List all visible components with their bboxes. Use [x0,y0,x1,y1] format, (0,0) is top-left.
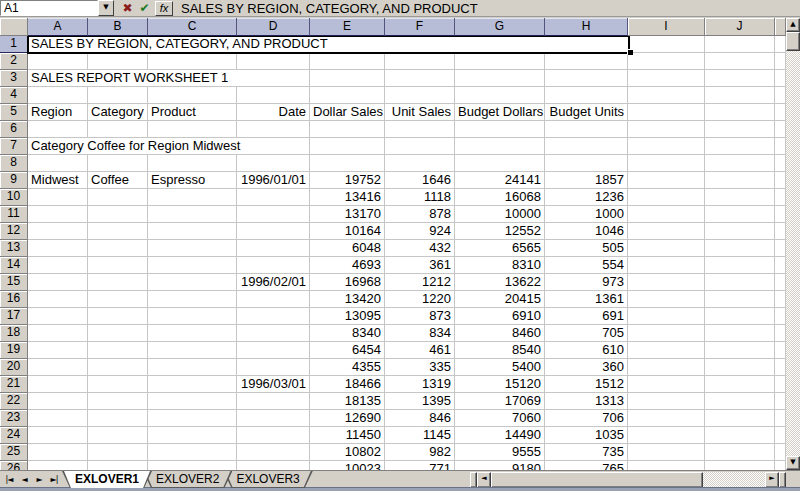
row-header-2[interactable]: 2 [0,53,28,70]
cell[interactable] [455,155,545,172]
first-sheet-button[interactable]: |◄ [2,472,16,487]
fill-handle[interactable] [627,49,633,55]
cell[interactable]: 1212 [385,274,455,291]
cell[interactable] [775,104,786,121]
cell[interactable]: 18135 [310,393,385,410]
cell[interactable] [705,70,775,87]
cell[interactable]: 705 [545,325,628,342]
cell[interactable] [385,138,455,155]
cell[interactable] [88,308,148,325]
cell[interactable] [545,121,628,138]
cell[interactable]: 10000 [455,206,545,223]
cell[interactable] [545,87,628,104]
cell[interactable]: 6454 [310,342,385,359]
row-header-20[interactable]: 20 [0,359,28,376]
cell[interactable] [775,257,786,274]
cell[interactable] [28,223,88,240]
row-header-26[interactable]: 26 [0,461,28,470]
cell[interactable] [310,53,385,70]
cell[interactable] [705,104,775,121]
cell[interactable] [237,393,310,410]
column-header-D[interactable]: D [237,18,310,36]
cell[interactable] [705,36,775,53]
cell[interactable] [775,342,786,359]
cell[interactable]: 1046 [545,223,628,240]
cell[interactable] [88,410,148,427]
cell[interactable] [705,410,775,427]
column-header-J[interactable]: J [705,18,775,36]
cell[interactable] [705,274,775,291]
cell[interactable] [148,189,237,206]
cell[interactable]: 982 [385,444,455,461]
cell[interactable]: 1000 [545,206,628,223]
cell[interactable] [705,427,775,444]
cell[interactable]: Espresso [148,172,237,189]
cell[interactable]: 16968 [310,274,385,291]
cell[interactable]: 1319 [385,376,455,393]
cell[interactable]: 11450 [310,427,385,444]
cell[interactable]: 13095 [310,308,385,325]
cell[interactable] [28,325,88,342]
cell[interactable]: SALES REPORT WORKSHEET 1 [28,70,237,87]
cell[interactable] [88,325,148,342]
cell[interactable]: 706 [545,410,628,427]
cell[interactable]: 771 [385,461,455,470]
cell[interactable]: 735 [545,444,628,461]
cell[interactable]: 6048 [310,240,385,257]
cell[interactable] [148,121,237,138]
cell[interactable] [237,155,310,172]
cell[interactable] [28,240,88,257]
cell[interactable] [28,393,88,410]
cell[interactable] [148,461,237,470]
cell[interactable] [148,427,237,444]
cell[interactable] [628,427,705,444]
cell[interactable]: 15120 [455,376,545,393]
cell[interactable]: Dollar Sales [310,104,385,121]
cell[interactable] [628,444,705,461]
cell[interactable] [775,36,786,53]
cell[interactable] [237,410,310,427]
cell[interactable] [455,138,545,155]
cell[interactable] [628,342,705,359]
cell[interactable] [705,172,775,189]
row-header-14[interactable]: 14 [0,257,28,274]
cell[interactable]: 4355 [310,359,385,376]
cell[interactable]: 16068 [455,189,545,206]
cell[interactable]: 9555 [455,444,545,461]
cell[interactable] [88,274,148,291]
cell[interactable]: 973 [545,274,628,291]
cell[interactable] [628,53,705,70]
cell[interactable] [237,87,310,104]
cell[interactable] [628,291,705,308]
cell[interactable] [237,53,310,70]
row-header-10[interactable]: 10 [0,189,28,206]
cell[interactable] [628,325,705,342]
column-header-C[interactable]: C [148,18,237,36]
cell[interactable]: 691 [545,308,628,325]
cell[interactable] [455,70,545,87]
cell[interactable] [237,240,310,257]
cell[interactable] [88,87,148,104]
scrollbar-resize-handle[interactable] [779,472,786,488]
row-header-3[interactable]: 3 [0,70,28,87]
cell[interactable] [237,342,310,359]
cell[interactable]: 8540 [455,342,545,359]
cell[interactable] [148,444,237,461]
sheet-tab-exlover3[interactable]: EXLOVER3 [223,471,312,488]
column-header-E[interactable]: E [310,18,385,36]
row-header-8[interactable]: 8 [0,155,28,172]
cell[interactable] [628,393,705,410]
cancel-icon[interactable]: ✖ [119,1,136,15]
cell[interactable] [237,206,310,223]
cell[interactable] [775,461,786,470]
cell[interactable]: 7060 [455,410,545,427]
cell[interactable] [775,121,786,138]
cell[interactable]: 1220 [385,291,455,308]
cell[interactable] [310,155,385,172]
name-box-dropdown-icon[interactable]: ▼ [98,0,114,16]
cell[interactable] [775,410,786,427]
cell[interactable] [28,461,88,470]
cell[interactable]: 361 [385,257,455,274]
cell[interactable] [310,70,385,87]
cell[interactable] [775,172,786,189]
